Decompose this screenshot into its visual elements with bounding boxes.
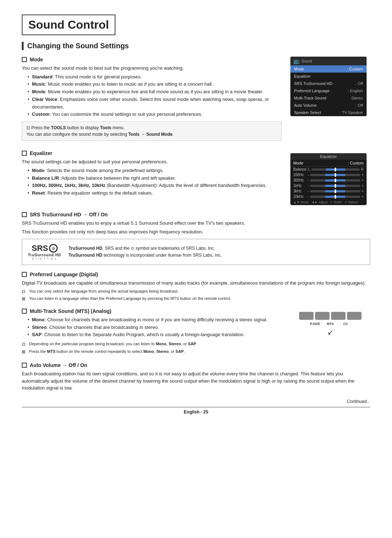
srs-title: SRS TruSurround HD → Off / On [22, 212, 370, 217]
list-item: Standard: This sound mode is for general… [28, 73, 282, 81]
tv-menu-row-lang: Preferred Language: English [290, 87, 367, 94]
remote-top-row [299, 312, 362, 320]
eq-balance-row: Balance L R [290, 167, 367, 172]
srs-logo: SRS ⊙ TruSurround HD D I G I T A L [28, 244, 61, 260]
lang-note1: You can only select the language from am… [22, 288, 370, 294]
list-item: Movie: Movie mode enables you to experie… [28, 88, 282, 96]
list-item: Mono: Choose for channels that are broad… [28, 316, 282, 324]
srs-section: SRS TruSurround HD → Off / On SRS TruSur… [22, 212, 370, 265]
mts-note2: Press the MTS button on the remote contr… [22, 349, 282, 355]
list-item: SAP: Choose to listen to the Separate Au… [28, 331, 282, 339]
eq-mode-row: Mode : Custom [290, 160, 367, 167]
list-item: Reset: Resets the equalizer settings to … [28, 189, 282, 197]
tv-menu-header: 📺 Sound [290, 57, 367, 65]
note-icon: ⊡ [26, 125, 30, 130]
equalizer-bullet-list: Mode: Selects the sound mode among the p… [22, 167, 282, 197]
remote-label-row: P.SIZE MTS CC [308, 322, 352, 326]
auto-volume-title: Auto Volume → Off / On [22, 362, 370, 368]
tv-menu-row-mts: Multi-Track SoundStereo [290, 94, 367, 102]
mts-note1: Depending on the particular program bein… [22, 341, 282, 347]
continued-text: Continued... [22, 399, 370, 404]
equalizer-section: Equalizer The sound settings can be adju… [22, 150, 370, 205]
list-item: Mode: Selects the sound mode among the p… [28, 167, 282, 175]
footer-bar: English - 25 [22, 407, 370, 415]
equalizer-body: The sound settings can be adjusted to su… [22, 158, 282, 166]
list-item: Clear Voice: Emphasizes voice over other… [28, 96, 282, 111]
tv-menu-screenshot: 📺 Sound Mode: Custom Equalizer SRS TruSu… [290, 57, 367, 116]
remote-btn-psize [299, 312, 314, 320]
multi-track-section: Multi-Track Sound (MTS) (Analog) Mono: C… [22, 308, 370, 356]
tv-menu-row-mode: Mode: Custom [290, 65, 367, 73]
eq-100hz-row: 100Hz - + [290, 172, 367, 178]
remote-btn-mts-img [315, 312, 330, 320]
srs-note1: TruSurround HD, SRS and the ⊙ symbol are… [69, 245, 222, 252]
lang-note2: You can listen in a language other than … [22, 296, 370, 302]
srs-logo-text: SRS [32, 244, 48, 253]
lang-checkbox-icon [22, 272, 27, 277]
equalizer-title: Equalizer [22, 150, 282, 156]
mode-title: Mode [22, 57, 282, 62]
auto-volume-body: Each broadcasting station has its own si… [22, 370, 370, 392]
list-item: Balance L/R: Adjusts the balance between… [28, 175, 282, 182]
mode-note-box: ⊡ Press the TOOLS button to display Tool… [22, 121, 282, 141]
auto-volume-section: Auto Volume → Off / On Each broadcasting… [22, 362, 370, 392]
remote-btn-cc-img [331, 312, 346, 320]
srs-body1: SRS TruSurround HD enables you to enjoy … [22, 220, 370, 227]
tv-menu-row-speaker: Speaker Select: TV Speaker [290, 109, 367, 116]
remote-buttons-area: P.SIZE MTS CC ↙ [290, 312, 370, 337]
multi-track-title: Multi-Track Sound (MTS) (Analog) [22, 308, 282, 314]
eq-3khz-row: 3kHz - + [290, 188, 367, 194]
mts-checkbox-icon [22, 309, 27, 314]
srs-logo-subtitle: TruSurround HD [28, 253, 61, 257]
mode-checkbox-icon [22, 57, 27, 62]
preferred-language-body: Digital-TV broadcasts are capable of sim… [22, 280, 370, 287]
page-title: Sound Control [22, 15, 115, 35]
preferred-language-section: Preferred Language (Digital) Digital-TV … [22, 272, 370, 302]
eq-10khz-row: 10kHz - + [290, 194, 367, 199]
srs-body2: This function provides not only rich dee… [22, 228, 370, 236]
eq-300hz-row: 300Hz - + [290, 178, 367, 183]
eq-1khz-row: 1kHz - + [290, 183, 367, 188]
remote-btn-extra [347, 312, 362, 320]
eq-display-title: Equalizer [290, 153, 367, 160]
eq-footer: ▲▼ Move ◄► Adjust ↵ Enter ↩ Return [290, 199, 367, 205]
list-item: Custom: You can customize the sound sett… [28, 111, 282, 118]
remote-arrow-icon: ↙ [327, 328, 334, 337]
mode-body: You can select the sound mode to best su… [22, 65, 282, 72]
tv-menu-row-srs: SRS TruSurround HD: Off [290, 80, 367, 87]
tv-menu-row-auto: Auto Volume: Off [290, 102, 367, 109]
mode-section: Mode You can select the sound mode to be… [22, 57, 370, 144]
srs-box: SRS ⊙ TruSurround HD D I G I T A L TruSu… [22, 239, 370, 265]
list-item: Music: Music mode enables you to listen … [28, 81, 282, 88]
srs-checkbox-icon [22, 212, 27, 217]
section-heading: Changing the Sound Settings [22, 42, 370, 50]
preferred-language-title: Preferred Language (Digital) [22, 272, 370, 277]
list-item: 100Hz, 300Hz, 1kHz, 3kHz, 10kHz (Bandwid… [28, 182, 282, 189]
srs-circle-icon: ⊙ [49, 244, 58, 253]
srs-digital-label: D I G I T A L [32, 257, 57, 260]
mode-bullet-list: Standard: This sound mode is for general… [22, 73, 282, 119]
eq-display: Equalizer Mode : Custom Balance L R 100H… [290, 153, 367, 205]
mts-bullet-list: Mono: Choose for channels that are broad… [22, 316, 282, 339]
tv-menu-row-eq: Equalizer [290, 73, 367, 80]
page-label: English - 25 [184, 409, 208, 415]
list-item: Stereo: Choose for channels that are bro… [28, 324, 282, 331]
av-checkbox-icon [22, 363, 27, 368]
srs-note2: TruSurround HD technology is incorporate… [69, 252, 222, 259]
eq-checkbox-icon [22, 151, 27, 156]
